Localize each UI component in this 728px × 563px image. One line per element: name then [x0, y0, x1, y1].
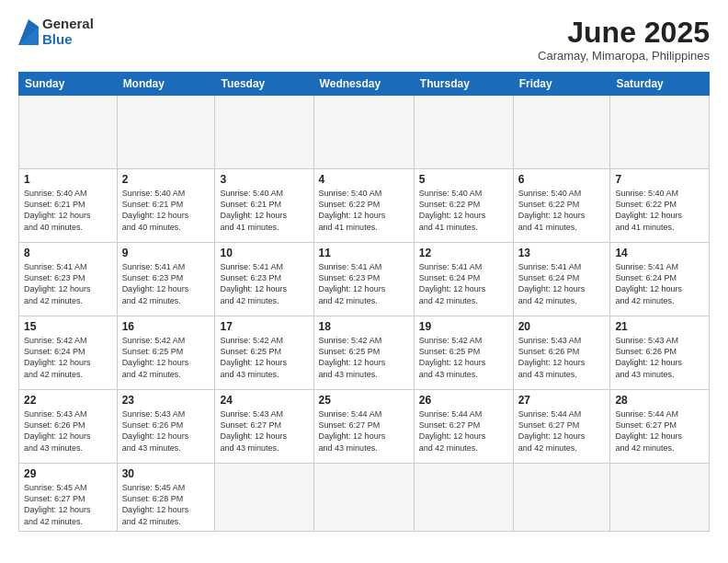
day-info: Sunrise: 5:41 AM Sunset: 6:23 PM Dayligh… [319, 261, 409, 306]
day-info: Sunrise: 5:41 AM Sunset: 6:23 PM Dayligh… [220, 261, 308, 306]
day-number: 5 [419, 173, 508, 186]
day-number: 2 [122, 173, 210, 186]
table-row: 30Sunrise: 5:45 AM Sunset: 6:28 PM Dayli… [117, 464, 215, 532]
day-info: Sunrise: 5:41 AM Sunset: 6:24 PM Dayligh… [518, 261, 606, 306]
day-info: Sunrise: 5:41 AM Sunset: 6:24 PM Dayligh… [615, 261, 704, 306]
day-info: Sunrise: 5:44 AM Sunset: 6:27 PM Dayligh… [419, 408, 508, 454]
table-row: 1Sunrise: 5:40 AM Sunset: 6:21 PM Daylig… [19, 169, 118, 243]
table-row: 11Sunrise: 5:41 AM Sunset: 6:23 PM Dayli… [313, 243, 414, 316]
calendar-week-row: 29Sunrise: 5:45 AM Sunset: 6:27 PM Dayli… [19, 464, 710, 532]
header: General Blue June 2025 Caramay, Mimaropa… [18, 17, 710, 63]
day-info: Sunrise: 5:44 AM Sunset: 6:27 PM Dayligh… [518, 408, 606, 454]
day-number: 30 [122, 467, 210, 480]
day-number: 28 [615, 394, 704, 407]
table-row: 4Sunrise: 5:40 AM Sunset: 6:22 PM Daylig… [313, 169, 414, 243]
day-number: 19 [419, 320, 508, 333]
day-number: 7 [615, 173, 704, 186]
day-info: Sunrise: 5:41 AM Sunset: 6:23 PM Dayligh… [122, 261, 210, 306]
day-info: Sunrise: 5:45 AM Sunset: 6:28 PM Dayligh… [122, 482, 210, 527]
table-row: 18Sunrise: 5:42 AM Sunset: 6:25 PM Dayli… [313, 316, 414, 390]
day-info: Sunrise: 5:41 AM Sunset: 6:23 PM Dayligh… [24, 261, 112, 306]
day-info: Sunrise: 5:41 AM Sunset: 6:24 PM Dayligh… [419, 261, 508, 306]
day-number: 1 [24, 173, 112, 186]
logo-blue-text: Blue [42, 32, 94, 48]
col-wednesday: Wednesday [313, 73, 414, 96]
day-number: 6 [518, 173, 606, 186]
table-row: 22Sunrise: 5:43 AM Sunset: 6:26 PM Dayli… [19, 390, 118, 464]
day-info: Sunrise: 5:43 AM Sunset: 6:26 PM Dayligh… [24, 408, 112, 454]
day-number: 26 [419, 394, 508, 407]
table-row: 16Sunrise: 5:42 AM Sunset: 6:25 PM Dayli… [117, 316, 215, 390]
calendar-week-row [19, 96, 710, 169]
table-row [414, 96, 513, 169]
day-info: Sunrise: 5:40 AM Sunset: 6:21 PM Dayligh… [24, 188, 112, 233]
location: Caramay, Mimaropa, Philippines [538, 49, 710, 63]
table-row: 6Sunrise: 5:40 AM Sunset: 6:22 PM Daylig… [513, 169, 610, 243]
day-number: 10 [220, 247, 308, 259]
table-row: 2Sunrise: 5:40 AM Sunset: 6:21 PM Daylig… [117, 169, 215, 243]
table-row: 19Sunrise: 5:42 AM Sunset: 6:25 PM Dayli… [414, 316, 513, 390]
table-row: 27Sunrise: 5:44 AM Sunset: 6:27 PM Dayli… [513, 390, 610, 464]
day-number: 13 [518, 247, 606, 259]
col-saturday: Saturday [610, 73, 710, 96]
table-row: 8Sunrise: 5:41 AM Sunset: 6:23 PM Daylig… [19, 243, 118, 316]
table-row: 26Sunrise: 5:44 AM Sunset: 6:27 PM Dayli… [414, 390, 513, 464]
table-row: 28Sunrise: 5:44 AM Sunset: 6:27 PM Dayli… [610, 390, 710, 464]
day-info: Sunrise: 5:43 AM Sunset: 6:26 PM Dayligh… [518, 335, 606, 380]
day-info: Sunrise: 5:43 AM Sunset: 6:27 PM Dayligh… [220, 408, 308, 454]
logo-icon [18, 19, 39, 45]
day-info: Sunrise: 5:40 AM Sunset: 6:22 PM Dayligh… [319, 188, 409, 233]
table-row [313, 464, 414, 532]
calendar-week-row: 22Sunrise: 5:43 AM Sunset: 6:26 PM Dayli… [19, 390, 710, 464]
day-info: Sunrise: 5:40 AM Sunset: 6:22 PM Dayligh… [419, 188, 508, 233]
day-number: 4 [319, 173, 409, 186]
day-info: Sunrise: 5:43 AM Sunset: 6:26 PM Dayligh… [615, 335, 704, 380]
table-row: 23Sunrise: 5:43 AM Sunset: 6:26 PM Dayli… [117, 390, 215, 464]
day-info: Sunrise: 5:40 AM Sunset: 6:22 PM Dayligh… [615, 188, 704, 233]
table-row [414, 464, 513, 532]
day-number: 3 [220, 173, 308, 186]
calendar-header-row: Sunday Monday Tuesday Wednesday Thursday… [19, 73, 710, 96]
table-row: 9Sunrise: 5:41 AM Sunset: 6:23 PM Daylig… [117, 243, 215, 316]
logo-general-text: General [42, 17, 94, 32]
day-info: Sunrise: 5:40 AM Sunset: 6:21 PM Dayligh… [122, 188, 210, 233]
day-number: 15 [24, 320, 112, 333]
calendar-week-row: 1Sunrise: 5:40 AM Sunset: 6:21 PM Daylig… [19, 169, 710, 243]
col-sunday: Sunday [19, 73, 118, 96]
logo: General Blue [18, 17, 94, 47]
day-number: 9 [122, 247, 210, 259]
table-row [513, 96, 610, 169]
day-number: 17 [220, 320, 308, 333]
table-row: 3Sunrise: 5:40 AM Sunset: 6:21 PM Daylig… [215, 169, 313, 243]
day-info: Sunrise: 5:44 AM Sunset: 6:27 PM Dayligh… [319, 408, 409, 454]
day-number: 11 [319, 247, 409, 259]
calendar-week-row: 8Sunrise: 5:41 AM Sunset: 6:23 PM Daylig… [19, 243, 710, 316]
day-info: Sunrise: 5:45 AM Sunset: 6:27 PM Dayligh… [24, 482, 112, 527]
day-info: Sunrise: 5:43 AM Sunset: 6:26 PM Dayligh… [122, 408, 210, 454]
logo-text: General Blue [42, 17, 94, 47]
table-row: 5Sunrise: 5:40 AM Sunset: 6:22 PM Daylig… [414, 169, 513, 243]
day-info: Sunrise: 5:42 AM Sunset: 6:24 PM Dayligh… [24, 335, 112, 380]
table-row: 21Sunrise: 5:43 AM Sunset: 6:26 PM Dayli… [610, 316, 710, 390]
day-number: 22 [24, 394, 112, 407]
table-row: 14Sunrise: 5:41 AM Sunset: 6:24 PM Dayli… [610, 243, 710, 316]
table-row: 29Sunrise: 5:45 AM Sunset: 6:27 PM Dayli… [19, 464, 118, 532]
page: General Blue June 2025 Caramay, Mimaropa… [0, 0, 728, 563]
day-info: Sunrise: 5:40 AM Sunset: 6:22 PM Dayligh… [518, 188, 606, 233]
table-row: 10Sunrise: 5:41 AM Sunset: 6:23 PM Dayli… [215, 243, 313, 316]
table-row [215, 464, 313, 532]
table-row: 12Sunrise: 5:41 AM Sunset: 6:24 PM Dayli… [414, 243, 513, 316]
day-number: 20 [518, 320, 606, 333]
day-number: 27 [518, 394, 606, 407]
day-number: 21 [615, 320, 704, 333]
calendar-table: Sunday Monday Tuesday Wednesday Thursday… [18, 72, 710, 532]
day-number: 8 [24, 247, 112, 259]
day-number: 16 [122, 320, 210, 333]
day-info: Sunrise: 5:44 AM Sunset: 6:27 PM Dayligh… [615, 408, 704, 454]
table-row: 24Sunrise: 5:43 AM Sunset: 6:27 PM Dayli… [215, 390, 313, 464]
table-row: 25Sunrise: 5:44 AM Sunset: 6:27 PM Dayli… [313, 390, 414, 464]
title-block: June 2025 Caramay, Mimaropa, Philippines [538, 17, 710, 63]
table-row [19, 96, 118, 169]
day-number: 14 [615, 247, 704, 259]
table-row [215, 96, 313, 169]
